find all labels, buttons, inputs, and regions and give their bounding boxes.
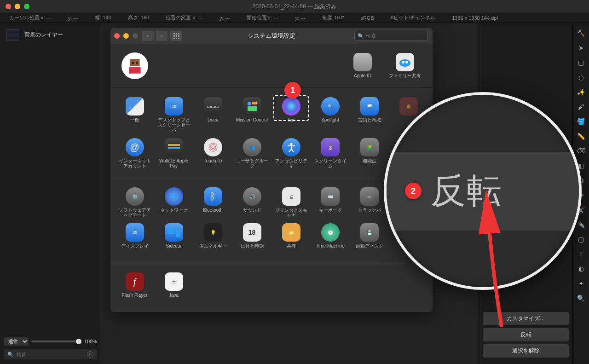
pref-users[interactable]: 👥ユーザとグループ xyxy=(233,136,271,170)
svg-rect-12 xyxy=(168,144,180,146)
family-sharing-item[interactable]: ファミリー共有 xyxy=(388,53,422,79)
pref-spotlight[interactable]: 🔍Spotlight xyxy=(312,95,349,134)
pref-extensions[interactable]: 🧩機能拡 xyxy=(351,136,388,170)
eraser-icon[interactable]: ⌫ xyxy=(577,146,586,156)
pref-internet-accounts[interactable]: @インターネットアカウント xyxy=(116,136,153,170)
show-all-button[interactable] xyxy=(170,31,182,41)
apple-id-item[interactable]: Apple ID xyxy=(346,53,379,79)
layer-thumb-icon xyxy=(6,29,19,40)
pref-mission-control[interactable]: Mission Control xyxy=(233,95,271,134)
shape-icon[interactable]: ▢ xyxy=(577,235,586,244)
bucket-icon[interactable]: 🪣 xyxy=(577,117,586,126)
pref-startup-disk[interactable]: 💾起動ディスク xyxy=(351,221,388,255)
pref-software-update[interactable]: ⚙️ソフトウェアアップデート xyxy=(116,185,153,220)
pref-general[interactable]: 一般 xyxy=(116,95,153,134)
forward-button[interactable]: › xyxy=(156,31,167,41)
zoom-icon[interactable] xyxy=(24,4,29,9)
pref-screentime[interactable]: ⏳スクリーンタイム xyxy=(312,136,349,170)
pref-energy[interactable]: 💡省エネルギー xyxy=(194,221,231,255)
disk-icon: 💾 xyxy=(360,223,379,242)
brush-icon[interactable]: 🖌 xyxy=(577,102,586,111)
opacity-value: 100% xyxy=(84,339,97,344)
svg-point-17 xyxy=(290,143,292,145)
fingerprint-icon xyxy=(204,138,222,156)
folder-icon: 📁 xyxy=(282,223,300,242)
start-x: 開始位置 x: --- xyxy=(247,14,279,21)
pref-siri[interactable]: Siri xyxy=(272,95,310,134)
flag-icon: 🏳️ xyxy=(360,97,379,116)
grid-icon xyxy=(173,33,179,39)
pref-desktop[interactable]: 🖥デスクトップとスクリーンセーバ xyxy=(155,95,192,134)
svg-rect-13 xyxy=(168,147,180,149)
pen-icon[interactable]: ✒️ xyxy=(577,220,586,229)
colorspace: sRGB xyxy=(361,15,374,21)
pref-date-time[interactable]: 18日付と時刻 xyxy=(233,221,271,255)
syspref-search[interactable]: 🔍 xyxy=(354,31,428,41)
pref-displays[interactable]: 🖥ディスプレイ xyxy=(116,221,153,255)
info-strip: カーソル位置 x: --- y: --- 幅: 140 高さ: 160 位置の変… xyxy=(0,13,589,23)
opacity-slider[interactable] xyxy=(31,341,81,342)
pref-keyboard[interactable]: ⌨️キーボード xyxy=(312,185,349,220)
pref-touchid[interactable]: Touch ID xyxy=(194,136,231,170)
pref-network[interactable]: 🌐ネットワーク xyxy=(155,185,192,220)
apple-icon xyxy=(353,53,372,71)
pref-accessibility[interactable]: アクセシビリティ xyxy=(272,136,310,170)
back-button[interactable]: ‹ xyxy=(142,31,154,41)
color-icon[interactable]: ◐ xyxy=(577,264,586,273)
pref-java[interactable]: ☕Java xyxy=(155,271,192,305)
pref-wallet[interactable]: WalletとApple Pay xyxy=(155,136,192,170)
pref-sound[interactable]: 🔊サウンド xyxy=(233,185,271,220)
puzzle-icon: 🧩 xyxy=(360,138,379,156)
layer-name: 背景のレイヤー xyxy=(24,31,63,38)
svg-rect-8 xyxy=(248,102,251,105)
syspref-title: システム環境設定 xyxy=(248,32,295,40)
svg-point-7 xyxy=(405,61,408,64)
pointer-icon[interactable]: ➤ xyxy=(577,43,586,52)
sidecar-icon xyxy=(165,223,183,242)
bluetooth-icon: ᛒ xyxy=(204,187,222,206)
hammer-icon[interactable]: 🔨 xyxy=(577,29,586,38)
pref-sharing[interactable]: 📁共有 xyxy=(272,221,310,255)
pref-bluetooth[interactable]: ᛒBluetooth xyxy=(194,185,231,220)
close-icon[interactable] xyxy=(114,33,120,39)
close-icon[interactable] xyxy=(6,4,11,9)
svg-rect-18 xyxy=(167,229,175,234)
marquee-icon[interactable]: ▢ xyxy=(577,58,586,67)
editor-traffic-lights[interactable] xyxy=(0,0,35,13)
clock-icon: 🕐 xyxy=(321,223,340,242)
pencil-icon[interactable]: ✏️ xyxy=(577,132,586,141)
pref-sidecar[interactable]: Sidecar xyxy=(155,221,192,255)
layer-search-input[interactable] xyxy=(17,352,84,357)
zoom-icon[interactable] xyxy=(133,33,138,39)
svg-point-6 xyxy=(402,61,404,64)
gear-icon: ⚙️ xyxy=(126,187,144,206)
zoom-icon[interactable]: 🔍 xyxy=(577,294,586,303)
users-icon: 👥 xyxy=(243,138,261,156)
text-icon[interactable]: T xyxy=(577,249,586,259)
user-avatar[interactable] xyxy=(121,52,148,79)
syspref-titlebar: ‹ › システム環境設定 🔍 xyxy=(110,28,433,44)
spotlight-icon: 🔍 xyxy=(321,97,340,116)
pref-flash[interactable]: fFlash Player xyxy=(116,271,153,305)
lasso-icon[interactable]: ◌ xyxy=(577,73,586,82)
svg-rect-3 xyxy=(136,62,138,64)
pref-trackpad[interactable]: ▭トラックパ xyxy=(351,185,388,220)
java-icon: ☕ xyxy=(165,272,183,291)
layer-search[interactable]: 🔍 ◐ xyxy=(4,349,97,359)
layer-row[interactable]: 背景のレイヤー xyxy=(4,27,97,43)
pref-dock[interactable]: ▭▭▭Dock xyxy=(194,95,231,134)
wand-icon[interactable]: ✨ xyxy=(577,87,586,97)
minimize-icon[interactable] xyxy=(15,4,20,9)
blend-mode-select[interactable]: 通常 xyxy=(4,337,29,346)
syspref-search-input[interactable] xyxy=(366,33,429,39)
pref-time-machine[interactable]: 🕐Time Machine xyxy=(312,221,349,255)
minimize-icon[interactable] xyxy=(123,33,129,39)
bell-icon: 🔔 xyxy=(399,97,418,116)
angle: 角度: 0.0° xyxy=(322,14,344,21)
cursor-y: y: --- xyxy=(68,15,79,21)
sparkle-icon[interactable]: ✦ xyxy=(577,279,586,288)
deselect-button[interactable]: 選択を解除 xyxy=(483,344,569,358)
pref-printers[interactable]: 🖨プリンタとスキャナ xyxy=(272,185,310,220)
filter-icon[interactable]: ◐ xyxy=(87,351,93,358)
pref-language[interactable]: 🏳️言語と地域 xyxy=(351,95,388,134)
